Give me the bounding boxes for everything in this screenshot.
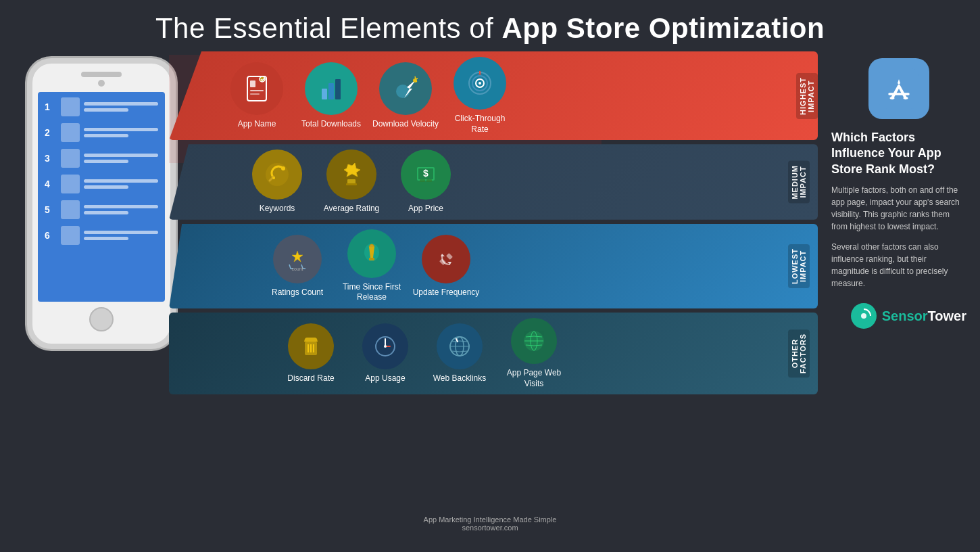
app-store-icon xyxy=(868,58,929,119)
page-title: The Essential Elements of App Store Opti… xyxy=(0,0,980,45)
medium-impact-label: MediumImpact xyxy=(788,161,810,204)
svg-rect-28 xyxy=(369,258,374,260)
phone-row-6: 6 xyxy=(45,226,158,245)
footer-line2: sensortower.com xyxy=(424,524,557,532)
app-name-label: App Name xyxy=(238,119,276,130)
other-factors-label: OtherFactors xyxy=(788,329,810,377)
sensortower-brand-text: SensorTower xyxy=(882,308,966,324)
update-frequency-label: Update Frequency xyxy=(413,288,480,298)
tier-item-download-velocity: Download Velocity xyxy=(372,62,439,130)
app-name-circle xyxy=(230,62,283,115)
discard-rate-circle xyxy=(288,323,334,369)
keywords-label: Keywords xyxy=(260,204,295,214)
tier-highest: App Name Total Downloads Download Veloci… xyxy=(169,51,818,140)
app-usage-label: App Usage xyxy=(365,373,405,384)
phone-row-5: 5 xyxy=(45,200,158,219)
tier-item-total-downloads: Total Downloads xyxy=(297,62,365,130)
phone-speaker xyxy=(81,72,122,77)
tier-item-average-rating: Average Rating xyxy=(318,150,385,214)
tier-item-keywords: Keywords xyxy=(243,150,311,214)
lowest-impact-label: LowestImpact xyxy=(788,244,810,288)
tier-lowest: count Ratings Count Time Since First Rel… xyxy=(169,224,818,308)
funnel-container: App Name Total Downloads Download Veloci… xyxy=(169,51,818,398)
web-backlinks-label: Web Backlinks xyxy=(433,373,486,384)
svg-rect-6 xyxy=(322,89,327,99)
which-factors-para2: Several other factors can also influence… xyxy=(831,241,966,290)
tier-item-app-usage: App Usage xyxy=(351,323,419,384)
total-downloads-label: Total Downloads xyxy=(301,119,361,130)
tier-lowest-items: count Ratings Count Time Since First Rel… xyxy=(196,229,783,303)
title-bold: App Store Optimization xyxy=(501,12,825,44)
phone-device: 1 2 3 xyxy=(27,58,176,349)
svg-rect-25 xyxy=(426,179,432,182)
total-downloads-circle xyxy=(305,62,358,115)
svg-rect-8 xyxy=(335,79,341,99)
app-page-visits-circle xyxy=(511,318,557,364)
tier-item-ratings-count: count Ratings Count xyxy=(264,235,331,298)
svg-text:count: count xyxy=(291,267,303,271)
tier-item-discard-rate: Discard Rate xyxy=(277,323,345,384)
click-through-circle xyxy=(454,57,506,110)
tier-highest-items: App Name Total Downloads Download Veloci… xyxy=(182,57,791,135)
right-panel: Which Factors Influence Your App Store R… xyxy=(831,58,966,329)
svg-rect-7 xyxy=(328,83,334,99)
svg-point-9 xyxy=(396,85,410,98)
tier-item-app-price: $ App Price xyxy=(392,150,460,214)
ratings-count-label: Ratings Count xyxy=(272,288,323,298)
svg-point-14 xyxy=(479,82,481,85)
phone-screen: 1 2 3 xyxy=(38,92,165,302)
average-rating-circle xyxy=(326,150,376,200)
svg-rect-4 xyxy=(250,93,260,95)
phone-row-4: 4 xyxy=(45,175,158,193)
app-usage-circle xyxy=(362,323,408,369)
svg-point-36 xyxy=(384,345,387,348)
highest-impact-label: HighestImpact xyxy=(796,73,818,119)
tier-item-app-page-visits: App Page Web Visits xyxy=(500,318,568,389)
sensortower-circle-icon xyxy=(851,303,877,329)
discard-rate-label: Discard Rate xyxy=(287,373,334,384)
svg-rect-3 xyxy=(250,90,264,91)
main-content: 1 2 3 xyxy=(0,45,980,398)
app-page-visits-label: App Page Web Visits xyxy=(500,368,568,389)
svg-point-45 xyxy=(861,313,866,319)
svg-rect-24 xyxy=(420,179,425,182)
which-factors-title: Which Factors Influence Your App Store R… xyxy=(831,130,966,177)
web-backlinks-circle xyxy=(437,323,483,369)
tier-item-web-backlinks: Web Backlinks xyxy=(426,323,493,384)
phone-home-button xyxy=(89,307,114,331)
phone-row-2: 2 xyxy=(45,123,158,142)
svg-point-18 xyxy=(272,177,275,179)
app-price-label: App Price xyxy=(408,204,443,214)
tier-item-app-name: App Name xyxy=(223,62,291,130)
download-velocity-label: Download Velocity xyxy=(372,119,439,130)
tier-medium: Keywords Average Rating $ App Price xyxy=(169,144,818,220)
tier-other: Discard Rate App Usage Web Backlinks xyxy=(169,313,818,394)
svg-rect-30 xyxy=(446,253,453,260)
time-since-release-label: Time Since First Release xyxy=(338,282,406,303)
svg-rect-2 xyxy=(250,80,255,87)
which-factors-para1: Multiple factors, both on and off the ap… xyxy=(831,184,966,233)
svg-text:$: $ xyxy=(423,168,428,179)
click-through-label: Click-Through Rate xyxy=(446,114,514,135)
update-frequency-circle xyxy=(422,235,470,283)
keywords-circle xyxy=(252,150,302,200)
phone-row-3: 3 xyxy=(45,149,158,168)
footer: App Marketing Intelligence Made Simple s… xyxy=(424,515,557,532)
tier-item-time-since-release: Time Since First Release xyxy=(338,229,406,303)
average-rating-label: Average Rating xyxy=(324,204,380,214)
svg-rect-20 xyxy=(346,183,357,185)
phone-camera xyxy=(98,80,105,87)
phone-row-1: 1 xyxy=(45,97,158,116)
ratings-count-circle: count xyxy=(273,235,322,283)
app-price-circle: $ xyxy=(401,150,451,200)
title-prefix: The Essential Elements of xyxy=(155,12,502,44)
time-since-release-circle xyxy=(347,229,396,278)
tier-item-click-through: Click-Through Rate xyxy=(446,57,514,135)
phone-mockup: 1 2 3 xyxy=(14,58,189,349)
tier-other-items: Discard Rate App Usage Web Backlinks xyxy=(203,318,783,389)
download-velocity-circle xyxy=(379,62,432,115)
svg-point-16 xyxy=(281,166,285,170)
svg-rect-29 xyxy=(439,258,446,265)
sensortower-logo: SensorTower xyxy=(831,303,966,329)
tier-item-update-frequency: Update Frequency xyxy=(412,235,480,298)
